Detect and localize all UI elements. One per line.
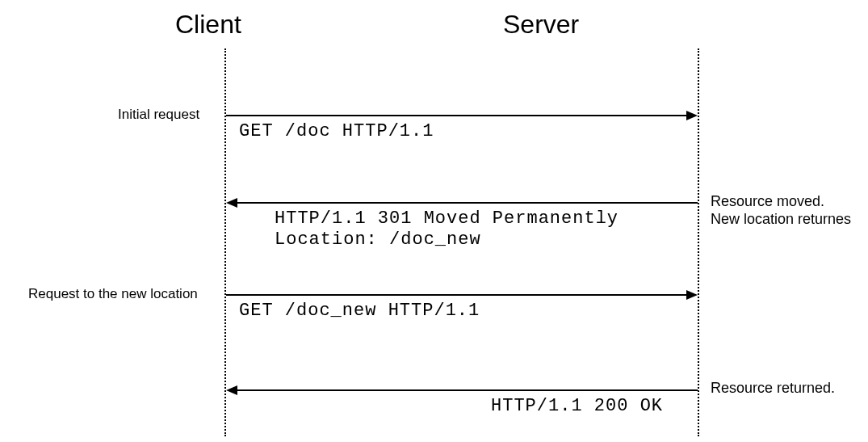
msg2-note-line2: New location returnes	[711, 211, 851, 227]
msg3-arrow	[226, 294, 688, 296]
client-lifeline	[224, 48, 226, 436]
msg2-arrow	[236, 202, 698, 204]
msg3-arrowhead	[686, 290, 698, 300]
msg3-note: Request to the new location	[28, 286, 198, 302]
msg1-note: Initial request	[118, 107, 199, 123]
msg2-text-line1: HTTP/1.1 301 Moved Permanently	[275, 208, 619, 229]
msg2-note: Resource moved. New location returnes	[711, 192, 851, 228]
msg1-arrow	[226, 115, 688, 116]
msg4-text: HTTP/1.1 200 OK	[491, 396, 663, 416]
msg2-text-line2: Location: /doc_new	[275, 229, 481, 250]
msg2-note-line1: Resource moved.	[711, 193, 824, 209]
msg2-arrowhead	[226, 198, 237, 208]
server-label: Server	[503, 10, 579, 40]
msg4-arrowhead	[226, 385, 237, 395]
msg3-text: GET /doc_new HTTP/1.1	[239, 301, 480, 321]
msg4-note: Resource returned.	[711, 380, 835, 397]
server-lifeline	[698, 48, 699, 436]
msg4-arrow	[236, 389, 698, 391]
msg1-arrowhead	[686, 111, 698, 120]
client-label: Client	[175, 10, 241, 40]
msg1-text: GET /doc HTTP/1.1	[239, 121, 434, 141]
